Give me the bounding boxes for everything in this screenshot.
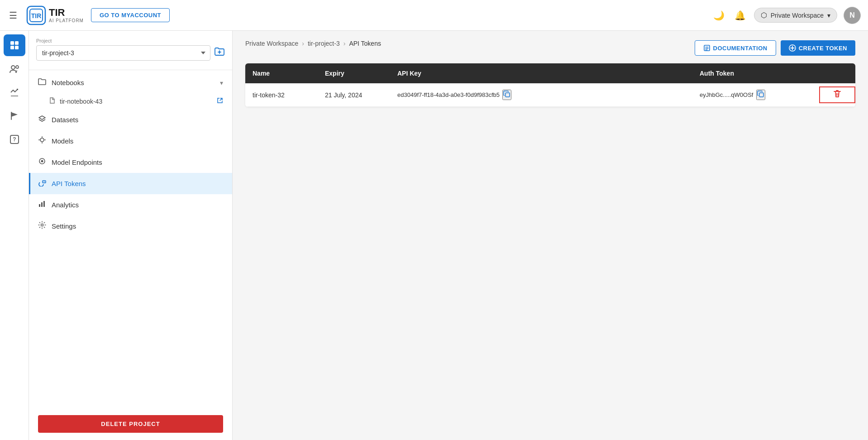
icon-nav: ? (0, 31, 29, 440)
sidebar-item-model-endpoints[interactable]: Model Endpoints (29, 152, 232, 173)
api-tokens-icon (38, 178, 46, 189)
add-project-button[interactable] (214, 46, 225, 60)
svg-rect-3 (10, 41, 14, 45)
api-tokens-table: Name Expiry API Key Auth Token tir-token… (245, 63, 855, 107)
token-api-key-cell: ed3049f7-ff18-4a3d-a0e3-f0d9f983cfb5 (390, 83, 692, 106)
api-key-value: ed3049f7-ff18-4a3d-a0e3-f0d9f983cfb5 (397, 91, 500, 98)
svg-text:TIR: TIR (31, 12, 42, 19)
header-left: ☰ TIR TIR AI PLATFORM GO TO MYACCOUNT (7, 5, 170, 25)
settings-label: Settings (52, 222, 223, 230)
token-name-cell: tir-token-32 (245, 85, 318, 105)
create-token-label: CREATE TOKEN (799, 45, 847, 52)
documentation-icon (703, 44, 711, 52)
svg-point-13 (41, 160, 43, 163)
breadcrumb-sep-1: › (302, 40, 304, 47)
sidebar-item-api-tokens[interactable]: API Tokens (29, 173, 232, 194)
token-expiry-cell: 21 July, 2024 (318, 85, 390, 105)
project-label: Project (36, 38, 225, 43)
notebooks-label: Notebooks (52, 79, 215, 86)
logo-icon: TIR (26, 5, 46, 25)
open-external-icon[interactable] (217, 97, 223, 105)
project-select[interactable]: tir-project-3 (36, 45, 210, 61)
copy-api-key-button[interactable] (502, 90, 511, 100)
file-icon (49, 97, 55, 105)
col-header-expiry: Expiry (318, 63, 390, 83)
trash-icon (833, 89, 842, 98)
token-auth-token-cell: eyJhbGc.....qW0OSf (692, 83, 819, 106)
folder-icon (38, 77, 46, 88)
flag-icon (10, 111, 19, 121)
delete-project-button[interactable]: DELETE PROJECT (38, 415, 223, 433)
analytics-label: Analytics (52, 201, 223, 209)
table-header: Name Expiry API Key Auth Token (245, 63, 855, 83)
breadcrumb: Private Workspace › tir-project-3 › API … (245, 40, 381, 47)
dashboard-icon (10, 40, 19, 50)
project-selector-area: Project tir-project-3 (29, 38, 232, 68)
breadcrumb-sep-2: › (343, 40, 346, 47)
sidebar-item-notebooks[interactable]: Notebooks ▾ (29, 72, 232, 93)
dark-mode-icon: 🌙 (713, 10, 725, 20)
nav-team-item[interactable] (4, 58, 25, 80)
datasets-icon (38, 115, 46, 125)
documentation-button[interactable]: DOCUMENTATION (695, 40, 776, 56)
workspace-label: Private Workspace (771, 12, 824, 19)
workspace-icon: ⬡ (761, 11, 767, 19)
add-folder-icon (214, 46, 225, 57)
analytics-icon (10, 87, 19, 97)
sidebar-sub-item-notebook[interactable]: tir-notebook-43 (29, 93, 232, 109)
svg-point-19 (41, 224, 43, 226)
nav-help-item[interactable]: ? (4, 129, 25, 150)
nav-analytics-item[interactable] (4, 81, 25, 103)
sidebar-item-datasets[interactable]: Datasets (29, 109, 232, 130)
sidebar-item-analytics[interactable]: Analytics (29, 194, 232, 215)
notification-button[interactable]: 🔔 (733, 8, 748, 23)
workspace-button[interactable]: ⬡ Private Workspace ▾ (754, 8, 837, 23)
hamburger-button[interactable]: ☰ (7, 8, 19, 23)
content-header: Private Workspace › tir-project-3 › API … (245, 40, 855, 56)
avatar: N (844, 7, 861, 24)
delete-token-button[interactable] (831, 87, 844, 102)
models-icon (38, 136, 46, 146)
svg-point-11 (40, 138, 44, 142)
svg-rect-23 (759, 93, 763, 97)
copy-auth-icon (757, 91, 764, 98)
bell-icon: 🔔 (734, 10, 746, 20)
svg-rect-4 (15, 41, 19, 45)
notebook-sub-label: tir-notebook-43 (60, 98, 102, 105)
breadcrumb-workspace: Private Workspace (245, 40, 298, 47)
workspace-chevron-icon: ▾ (827, 12, 830, 19)
breadcrumb-project: tir-project-3 (308, 40, 340, 47)
svg-rect-5 (10, 46, 14, 49)
team-icon (10, 64, 19, 74)
header-right: 🌙 🔔 ⬡ Private Workspace ▾ N (711, 7, 861, 24)
sidebar: Project tir-project-3 Note (29, 31, 233, 440)
svg-text:?: ? (13, 136, 16, 143)
sidebar-divider (29, 70, 232, 70)
models-label: Models (52, 137, 223, 145)
header-actions: DOCUMENTATION CREATE TOKEN (695, 40, 855, 56)
sidebar-item-settings[interactable]: Settings (29, 215, 232, 237)
logo-sub-label: AI PLATFORM (49, 18, 84, 23)
hamburger-icon: ☰ (9, 10, 17, 20)
create-token-button[interactable]: CREATE TOKEN (781, 40, 855, 56)
svg-rect-16 (39, 204, 40, 207)
dark-mode-button[interactable]: 🌙 (711, 8, 726, 23)
nav-flag-item[interactable] (4, 105, 25, 127)
logo-area: TIR TIR AI PLATFORM (26, 5, 84, 25)
sidebar-menu: Notebooks ▾ tir-notebook-43 Datasets (29, 72, 232, 408)
app-header: ☰ TIR TIR AI PLATFORM GO TO MYACCOUNT 🌙 … (0, 0, 868, 31)
sidebar-item-models[interactable]: Models (29, 130, 232, 152)
copy-auth-token-button[interactable] (756, 90, 765, 100)
copy-icon (503, 91, 510, 98)
col-header-api-key: API Key (390, 63, 692, 83)
svg-rect-18 (43, 201, 45, 207)
auth-token-value: eyJhbGc.....qW0OSf (700, 91, 754, 98)
col-header-actions (819, 63, 855, 83)
main-wrapper: ? Project tir-project-3 (0, 31, 868, 440)
token-delete-cell (819, 86, 855, 103)
api-tokens-label: API Tokens (52, 180, 223, 187)
nav-dashboard-item[interactable] (4, 34, 25, 56)
create-token-icon (789, 44, 796, 52)
go-myaccount-button[interactable]: GO TO MYACCOUNT (91, 8, 170, 22)
logo-tir-label: TIR (49, 7, 84, 18)
